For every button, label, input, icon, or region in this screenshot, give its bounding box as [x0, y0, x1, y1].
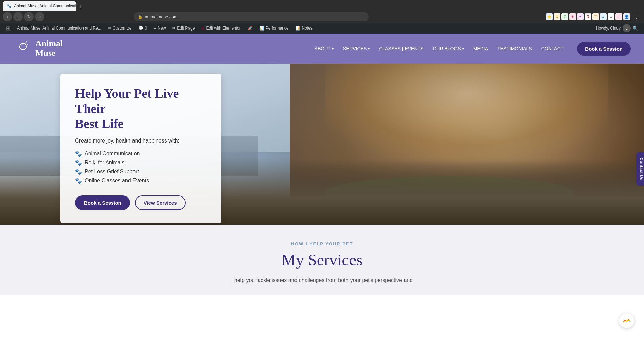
- wordpress-icon: ⊞: [6, 25, 10, 32]
- wp-logo-item[interactable]: ⊞: [3, 23, 14, 34]
- ext-icon-3[interactable]: G: [561, 13, 568, 20]
- nav-item-about[interactable]: ABOUT ▾: [315, 46, 334, 51]
- tab-favicon: 🐾: [7, 4, 11, 8]
- ext-icon-4[interactable]: ✦: [569, 13, 576, 20]
- notes-item[interactable]: 📝 Notes: [292, 23, 316, 34]
- new-item[interactable]: + New: [150, 23, 169, 34]
- hero-headline: Help Your Pet Live Their Best Life: [75, 86, 207, 132]
- logo-text: AnimalMuse: [35, 39, 63, 58]
- nav-blogs-label: OUR BLOGS: [433, 46, 461, 51]
- performance-label: Performance: [266, 26, 289, 31]
- search-icon[interactable]: 🔍: [633, 26, 638, 31]
- new-tab-button[interactable]: +: [79, 4, 83, 11]
- list-item-text-2: Reiki for Animals: [85, 160, 124, 166]
- ext-icon-10[interactable]: □: [615, 13, 622, 20]
- hero-view-services-label: View Services: [144, 200, 177, 206]
- nav-item-testimonials[interactable]: TESTIMONIALS: [497, 46, 532, 51]
- customize-item[interactable]: ✏ Customize: [105, 23, 135, 34]
- svg-point-3: [26, 41, 27, 42]
- comment-icon: 💬: [138, 26, 143, 31]
- nav-item-media[interactable]: MEDIA: [473, 46, 488, 51]
- forward-button[interactable]: ›: [13, 12, 23, 21]
- hero-headline-line2: Best Life: [75, 117, 124, 131]
- edit-page-icon: ✏: [172, 26, 176, 31]
- hero-book-session-label: Book a Session: [84, 200, 121, 206]
- user-avatar[interactable]: C: [623, 24, 631, 32]
- admin-bar-right: Howdy, Cindy C 🔍: [593, 24, 641, 32]
- ext-icon-5[interactable]: ✂: [577, 13, 584, 20]
- services-section: HOW I HELP YOUR PET My Services I help y…: [0, 225, 644, 295]
- extension-icons: ⭐ ⚙ G ✦ ✂ R 🛡 ≡ ≡ □ 👤: [546, 13, 630, 20]
- ext-icon-6[interactable]: R: [585, 13, 591, 20]
- blogs-chevron-icon: ▾: [462, 47, 464, 51]
- header-book-session-button[interactable]: Book a Session: [577, 42, 631, 56]
- menu-button[interactable]: ⋮: [632, 12, 641, 21]
- browser-chrome: 🐾 Animal Muse, Animal Communication and …: [0, 0, 644, 23]
- ext-icon-7[interactable]: 🛡: [592, 13, 599, 20]
- hero-list: 🐾 Animal Communication 🐾 Reiki for Anima…: [75, 149, 207, 185]
- nav-item-services[interactable]: SERVICES ▾: [343, 46, 370, 51]
- logo-icon: [13, 40, 32, 58]
- hero-buttons: Book a Session View Services: [75, 195, 207, 210]
- services-eyebrow: HOW I HELP YOUR PET: [13, 241, 631, 246]
- list-item: 🐾 Online Classes and Events: [75, 176, 207, 185]
- wp-rocket-item[interactable]: 🚀: [244, 23, 256, 34]
- contact-us-tab[interactable]: Contact Us: [636, 152, 644, 186]
- browser-tab-bar: 🐾 Animal Muse, Animal Communication and …: [0, 0, 644, 11]
- performance-icon: 📊: [259, 26, 264, 31]
- services-description: I help you tackle issues and challenges …: [205, 276, 439, 285]
- home-button[interactable]: ⌂: [35, 12, 44, 21]
- elementor-item[interactable]: ⊕ Edit with Elementor: [198, 23, 244, 34]
- site-name-text: Animal Muse, Animal Communication and Re…: [17, 26, 101, 31]
- services-title: My Services: [13, 250, 631, 269]
- refresh-button[interactable]: ↻: [24, 12, 34, 21]
- nav-about-label: ABOUT: [315, 46, 331, 51]
- nav-item-contact[interactable]: CONTACT: [541, 46, 564, 51]
- ext-icon-1[interactable]: ⭐: [546, 13, 553, 20]
- comments-item[interactable]: 💬 0: [135, 23, 150, 34]
- nav-item-classes[interactable]: CLASSES | EVENTS: [379, 46, 423, 51]
- ext-icon-9[interactable]: ≡: [608, 13, 614, 20]
- paw-icon-3: 🐾: [75, 169, 82, 175]
- edit-page-item[interactable]: ✏ Edit Page: [169, 23, 198, 34]
- site-name-item[interactable]: Animal Muse, Animal Communication and Re…: [14, 23, 105, 34]
- comments-count: 0: [145, 26, 147, 31]
- notes-icon: 📝: [296, 26, 301, 31]
- svg-point-2: [27, 44, 28, 45]
- hero-headline-line1: Help Your Pet Live Their: [75, 86, 179, 116]
- ssl-lock-icon: 🔒: [138, 15, 143, 19]
- new-label: New: [158, 26, 166, 31]
- services-chevron-icon: ▾: [368, 47, 370, 51]
- edit-page-label: Edit Page: [177, 26, 195, 31]
- address-bar[interactable]: 🔒 animalmuse.com: [134, 12, 369, 21]
- url-text: animalmuse.com: [145, 14, 177, 19]
- howdy-text: Howdy, Cindy: [596, 26, 621, 31]
- nav-testimonials-label: TESTIMONIALS: [497, 46, 532, 51]
- elementor-icon: ⊕: [201, 26, 205, 31]
- wp-admin-bar: ⊞ Animal Muse, Animal Communication and …: [0, 23, 644, 34]
- browser-nav-buttons: ‹ › ↻ ⌂: [3, 12, 44, 21]
- hero-card: Help Your Pet Live Their Best Life Creat…: [60, 74, 221, 223]
- list-item-text-4: Online Classes and Events: [85, 178, 149, 184]
- site-logo[interactable]: AnimalMuse: [13, 39, 63, 58]
- tab-title: Animal Muse, Animal Communication and Re…: [14, 4, 76, 8]
- hero-subtext: Create more joy, health and happiness wi…: [75, 138, 207, 144]
- paw-icon-2: 🐾: [75, 160, 82, 166]
- customize-label: Customize: [113, 26, 132, 31]
- active-tab[interactable]: 🐾 Animal Muse, Animal Communication and …: [3, 1, 76, 11]
- list-item: 🐾 Animal Communication: [75, 149, 207, 158]
- customize-icon: ✏: [108, 26, 111, 31]
- back-button[interactable]: ‹: [3, 12, 12, 21]
- notes-label: Notes: [302, 26, 312, 31]
- nav-item-blogs[interactable]: OUR BLOGS ▾: [433, 46, 464, 51]
- performance-item[interactable]: 📊 Performance: [256, 23, 292, 34]
- list-item: 🐾 Pet Loss Grief Support: [75, 167, 207, 176]
- list-item-text-3: Pet Loss Grief Support: [85, 169, 139, 175]
- new-icon: +: [154, 25, 156, 31]
- site-nav: ABOUT ▾ SERVICES ▾ CLASSES | EVENTS OUR …: [315, 46, 564, 51]
- hero-view-services-button[interactable]: View Services: [135, 195, 186, 210]
- ext-icon-8[interactable]: ≡: [600, 13, 607, 20]
- ext-icon-2[interactable]: ⚙: [554, 13, 560, 20]
- hero-book-session-button[interactable]: Book a Session: [75, 195, 130, 210]
- ext-icon-11[interactable]: 👤: [623, 13, 630, 20]
